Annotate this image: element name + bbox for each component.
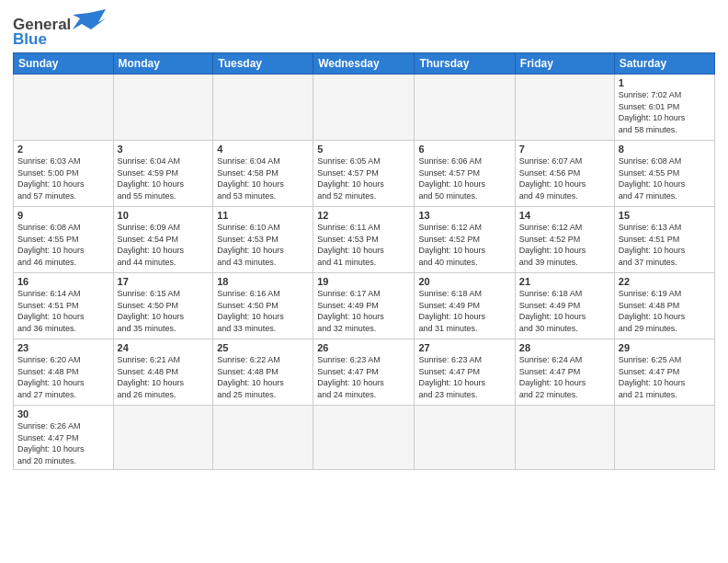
logo: General Blue — [13, 13, 106, 47]
col-friday: Friday — [515, 53, 614, 75]
day-number: 15 — [619, 210, 711, 221]
day-number: 18 — [217, 276, 309, 287]
day-number: 29 — [619, 342, 711, 353]
table-row: 13Sunrise: 6:12 AM Sunset: 4:52 PM Dayli… — [415, 207, 515, 273]
day-info: Sunrise: 6:23 AM Sunset: 4:47 PM Dayligh… — [317, 354, 410, 400]
day-number: 6 — [418, 144, 510, 155]
table-row: 8Sunrise: 6:08 AM Sunset: 4:55 PM Daylig… — [614, 141, 714, 207]
day-info: Sunrise: 6:12 AM Sunset: 4:52 PM Dayligh… — [519, 222, 610, 268]
table-row: 25Sunrise: 6:22 AM Sunset: 4:48 PM Dayli… — [213, 339, 313, 406]
col-tuesday: Tuesday — [213, 53, 313, 75]
table-row: 3Sunrise: 6:04 AM Sunset: 4:59 PM Daylig… — [113, 141, 213, 207]
day-info: Sunrise: 6:21 AM Sunset: 4:48 PM Dayligh… — [118, 354, 210, 400]
day-info: Sunrise: 6:18 AM Sunset: 4:49 PM Dayligh… — [519, 288, 610, 334]
table-row: 16Sunrise: 6:14 AM Sunset: 4:51 PM Dayli… — [14, 273, 114, 339]
table-row: 6Sunrise: 6:06 AM Sunset: 4:57 PM Daylig… — [415, 141, 515, 207]
day-info: Sunrise: 6:20 AM Sunset: 4:48 PM Dayligh… — [17, 354, 109, 400]
day-info: Sunrise: 6:08 AM Sunset: 4:55 PM Dayligh… — [17, 222, 109, 268]
table-row — [415, 406, 515, 470]
table-row — [515, 75, 614, 141]
table-row — [213, 406, 313, 470]
table-row — [313, 75, 415, 141]
table-row: 27Sunrise: 6:23 AM Sunset: 4:47 PM Dayli… — [415, 339, 515, 406]
logo-blue-text: Blue — [13, 31, 47, 47]
day-number: 23 — [17, 342, 109, 353]
table-row: 17Sunrise: 6:15 AM Sunset: 4:50 PM Dayli… — [113, 273, 213, 339]
table-row — [313, 406, 415, 470]
day-info: Sunrise: 6:24 AM Sunset: 4:47 PM Dayligh… — [519, 354, 610, 400]
table-row: 28Sunrise: 6:24 AM Sunset: 4:47 PM Dayli… — [515, 339, 614, 406]
day-number: 13 — [418, 210, 510, 221]
day-info: Sunrise: 6:16 AM Sunset: 4:50 PM Dayligh… — [217, 288, 309, 334]
table-row — [14, 75, 114, 141]
day-number: 2 — [17, 144, 109, 155]
day-number: 10 — [118, 210, 210, 221]
table-row — [113, 75, 213, 141]
table-row — [614, 406, 714, 470]
day-number: 16 — [17, 276, 109, 287]
table-row: 26Sunrise: 6:23 AM Sunset: 4:47 PM Dayli… — [313, 339, 415, 406]
day-info: Sunrise: 6:09 AM Sunset: 4:54 PM Dayligh… — [118, 222, 210, 268]
table-row: 5Sunrise: 6:05 AM Sunset: 4:57 PM Daylig… — [313, 141, 415, 207]
col-wednesday: Wednesday — [313, 53, 415, 75]
day-number: 24 — [118, 342, 210, 353]
header: General Blue — [13, 9, 715, 47]
day-number: 9 — [17, 210, 109, 221]
table-row: 22Sunrise: 6:19 AM Sunset: 4:48 PM Dayli… — [614, 273, 714, 339]
day-number: 1 — [619, 77, 711, 88]
day-number: 27 — [418, 342, 510, 353]
table-row: 23Sunrise: 6:20 AM Sunset: 4:48 PM Dayli… — [14, 339, 114, 406]
table-row: 30Sunrise: 6:26 AM Sunset: 4:47 PM Dayli… — [14, 406, 114, 470]
day-info: Sunrise: 6:26 AM Sunset: 4:47 PM Dayligh… — [17, 420, 109, 466]
day-info: Sunrise: 6:13 AM Sunset: 4:51 PM Dayligh… — [619, 222, 711, 268]
day-info: Sunrise: 6:18 AM Sunset: 4:49 PM Dayligh… — [418, 288, 510, 334]
day-number: 3 — [118, 144, 210, 155]
table-row — [415, 75, 515, 141]
day-info: Sunrise: 6:22 AM Sunset: 4:48 PM Dayligh… — [217, 354, 309, 400]
day-number: 20 — [418, 276, 510, 287]
table-row: 9Sunrise: 6:08 AM Sunset: 4:55 PM Daylig… — [14, 207, 114, 273]
day-info: Sunrise: 6:08 AM Sunset: 4:55 PM Dayligh… — [619, 155, 711, 201]
table-row: 7Sunrise: 6:07 AM Sunset: 4:56 PM Daylig… — [515, 141, 614, 207]
table-row: 24Sunrise: 6:21 AM Sunset: 4:48 PM Dayli… — [113, 339, 213, 406]
table-row: 18Sunrise: 6:16 AM Sunset: 4:50 PM Dayli… — [213, 273, 313, 339]
day-info: Sunrise: 6:06 AM Sunset: 4:57 PM Dayligh… — [418, 155, 510, 201]
day-info: Sunrise: 6:15 AM Sunset: 4:50 PM Dayligh… — [118, 288, 210, 334]
day-number: 4 — [217, 144, 309, 155]
day-info: Sunrise: 6:10 AM Sunset: 4:53 PM Dayligh… — [217, 222, 309, 268]
table-row: 21Sunrise: 6:18 AM Sunset: 4:49 PM Dayli… — [515, 273, 614, 339]
table-row: 15Sunrise: 6:13 AM Sunset: 4:51 PM Dayli… — [614, 207, 714, 273]
day-number: 21 — [519, 276, 610, 287]
day-info: Sunrise: 6:23 AM Sunset: 4:47 PM Dayligh… — [418, 354, 510, 400]
day-number: 11 — [217, 210, 309, 221]
table-row: 12Sunrise: 6:11 AM Sunset: 4:53 PM Dayli… — [313, 207, 415, 273]
table-row: 2Sunrise: 6:03 AM Sunset: 5:00 PM Daylig… — [14, 141, 114, 207]
table-row: 4Sunrise: 6:04 AM Sunset: 4:58 PM Daylig… — [213, 141, 313, 207]
day-number: 5 — [317, 144, 410, 155]
table-row — [113, 406, 213, 470]
col-sunday: Sunday — [14, 53, 114, 75]
day-number: 7 — [519, 144, 610, 155]
day-info: Sunrise: 6:11 AM Sunset: 4:53 PM Dayligh… — [317, 222, 410, 268]
calendar-table: Sunday Monday Tuesday Wednesday Thursday… — [13, 52, 715, 470]
col-monday: Monday — [113, 53, 213, 75]
day-info: Sunrise: 6:19 AM Sunset: 4:48 PM Dayligh… — [619, 288, 711, 334]
day-info: Sunrise: 6:05 AM Sunset: 4:57 PM Dayligh… — [317, 155, 410, 201]
logo-text: General — [13, 17, 71, 32]
day-info: Sunrise: 6:07 AM Sunset: 4:56 PM Dayligh… — [519, 155, 610, 201]
day-number: 12 — [317, 210, 410, 221]
table-row: 29Sunrise: 6:25 AM Sunset: 4:47 PM Dayli… — [614, 339, 714, 406]
day-info: Sunrise: 6:12 AM Sunset: 4:52 PM Dayligh… — [418, 222, 510, 268]
day-number: 19 — [317, 276, 410, 287]
day-number: 30 — [17, 408, 109, 419]
table-row — [515, 406, 614, 470]
page: General Blue Sunday Monday Tuesday Wedne… — [0, 0, 728, 563]
day-info: Sunrise: 7:02 AM Sunset: 6:01 PM Dayligh… — [619, 89, 711, 135]
day-number: 26 — [317, 342, 410, 353]
svg-marker-0 — [73, 9, 106, 29]
table-row: 10Sunrise: 6:09 AM Sunset: 4:54 PM Dayli… — [113, 207, 213, 273]
table-row: 11Sunrise: 6:10 AM Sunset: 4:53 PM Dayli… — [213, 207, 313, 273]
day-number: 17 — [118, 276, 210, 287]
day-info: Sunrise: 6:14 AM Sunset: 4:51 PM Dayligh… — [17, 288, 109, 334]
col-saturday: Saturday — [614, 53, 714, 75]
